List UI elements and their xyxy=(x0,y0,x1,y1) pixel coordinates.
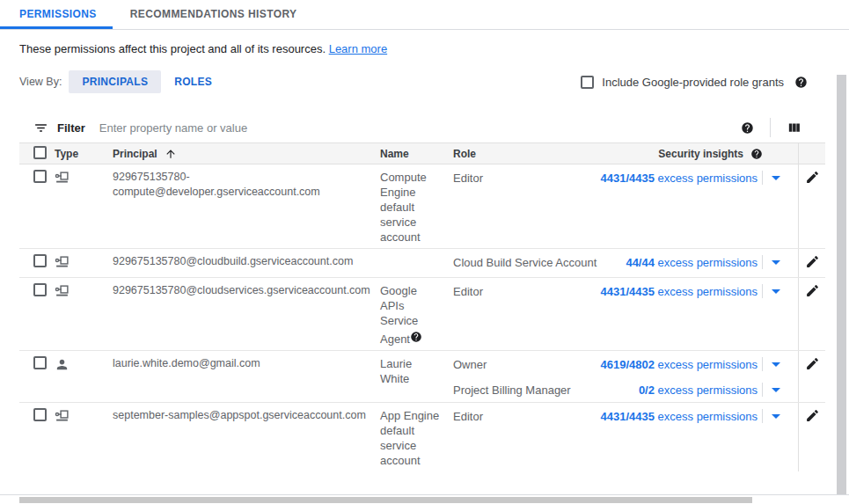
table-row: laurie.white.demo@gmail.comLaurie WhiteO… xyxy=(19,351,825,403)
insights-dropdown[interactable] xyxy=(762,409,798,423)
caret-down-icon xyxy=(772,362,780,367)
permissions-description: These permissions affect this project an… xyxy=(19,42,849,55)
insights-count: 4431/4435 xyxy=(601,172,655,185)
edit-cell xyxy=(798,164,825,248)
filter-label[interactable]: Filter xyxy=(57,121,85,135)
insights-dropdown[interactable] xyxy=(762,357,798,371)
sort-ascending-icon xyxy=(165,148,177,160)
excess-permissions-link[interactable]: 4431/4435 excess permissions xyxy=(601,410,758,423)
help-icon[interactable] xyxy=(741,121,754,135)
excess-permissions-link[interactable]: 4431/4435 excess permissions xyxy=(601,285,758,298)
divider xyxy=(762,255,763,269)
service-account-icon xyxy=(55,284,70,299)
help-icon[interactable] xyxy=(410,331,422,343)
tab-bar: PERMISSIONS RECOMMENDATIONS HISTORY xyxy=(0,0,849,30)
filter-bar: Filter xyxy=(19,113,825,142)
insights-label: excess permissions xyxy=(655,383,758,397)
divider xyxy=(762,357,763,371)
tab-recommendations-history[interactable]: RECOMMENDATIONS HISTORY xyxy=(113,0,315,29)
role-name: Editor xyxy=(447,410,596,423)
row-checkbox-cell xyxy=(19,249,55,277)
filter-input[interactable] xyxy=(99,121,741,135)
principal-name-text: Compute Engine default service account xyxy=(380,171,427,244)
view-by-roles-button[interactable]: ROLES xyxy=(161,70,225,93)
column-header-role[interactable]: Role xyxy=(447,148,476,160)
divider xyxy=(762,409,763,423)
table-row: september-samples@appspot.gserviceaccoun… xyxy=(19,403,825,471)
edit-cell xyxy=(798,403,825,471)
divider xyxy=(762,383,763,397)
excess-permissions-link[interactable]: 44/44 excess permissions xyxy=(626,256,758,269)
edit-cell xyxy=(798,351,825,402)
edit-principal-button[interactable] xyxy=(805,408,820,424)
row-checkbox[interactable] xyxy=(33,408,47,421)
caret-down-icon xyxy=(772,176,780,180)
role-row: Project Billing Manager0/2 excess permis… xyxy=(447,381,798,398)
column-header-security-insights[interactable]: Security insights xyxy=(658,148,743,160)
role-name: Editor xyxy=(447,285,596,298)
edit-principal-button[interactable] xyxy=(805,356,820,372)
principal-email: 929675135780@cloudservices.gserviceaccou… xyxy=(113,278,380,350)
tab-permissions[interactable]: PERMISSIONS xyxy=(0,0,113,29)
select-all-checkbox[interactable] xyxy=(33,146,47,159)
row-checkbox-cell xyxy=(19,403,55,471)
row-checkbox[interactable] xyxy=(33,283,47,296)
view-by-principals-button[interactable]: PRINCIPALS xyxy=(69,70,161,93)
insights-count: 4431/4435 xyxy=(601,285,655,298)
divider xyxy=(0,494,849,495)
excess-permissions-link[interactable]: 0/2 excess permissions xyxy=(639,383,758,397)
divider xyxy=(762,284,763,298)
column-header-edit xyxy=(798,143,825,164)
person-icon xyxy=(55,357,70,372)
description-text: These permissions affect this project an… xyxy=(19,42,326,55)
role-row: Cloud Build Service Account44/44 excess … xyxy=(447,253,798,271)
column-header-principal[interactable]: Principal xyxy=(113,148,380,160)
principal-email: laurie.white.demo@gmail.com xyxy=(113,351,380,402)
filter-list-icon[interactable] xyxy=(33,121,48,135)
column-header-name[interactable]: Name xyxy=(380,148,447,160)
row-checkbox[interactable] xyxy=(33,170,47,183)
excess-permissions-link[interactable]: 4431/4435 excess permissions xyxy=(601,172,758,185)
principal-email: 929675135780-compute@developer.gservicea… xyxy=(113,164,380,248)
row-checkbox[interactable] xyxy=(33,254,47,267)
principal-email: 929675135780@cloudbuild.gserviceaccount.… xyxy=(113,249,380,277)
security-insights-cell: 4431/4435 excess permissions xyxy=(596,285,762,298)
table-row: 929675135780@cloudbuild.gserviceaccount.… xyxy=(19,249,825,278)
role-row: Editor4431/4435 excess permissions xyxy=(447,282,798,300)
service-account-icon xyxy=(55,171,70,186)
insights-dropdown[interactable] xyxy=(762,255,798,269)
edit-principal-button[interactable] xyxy=(805,170,820,186)
principal-name: Compute Engine default service account xyxy=(380,164,447,248)
insights-dropdown[interactable] xyxy=(762,171,798,185)
insights-dropdown[interactable] xyxy=(762,383,798,397)
divider xyxy=(762,171,763,185)
row-checkbox-cell xyxy=(19,278,55,350)
edit-principal-button[interactable] xyxy=(805,254,820,270)
column-display-icon[interactable] xyxy=(787,121,801,135)
table-header: Type Principal Name Role Security insigh… xyxy=(19,142,825,164)
security-insights-cell: 4431/4435 excess permissions xyxy=(596,172,762,185)
table-row: 929675135780-compute@developer.gservicea… xyxy=(19,164,825,249)
service-account-icon xyxy=(55,255,70,270)
learn-more-link[interactable]: Learn more xyxy=(329,42,387,55)
role-name: Project Billing Manager xyxy=(447,383,596,397)
include-google-role-grants-checkbox[interactable] xyxy=(581,76,594,89)
roles-cell: Editor4431/4435 excess permissions xyxy=(447,403,798,471)
column-header-type[interactable]: Type xyxy=(55,148,113,160)
role-name: Editor xyxy=(447,172,596,185)
excess-permissions-link[interactable]: 4619/4802 excess permissions xyxy=(601,358,758,371)
row-type-cell xyxy=(55,164,113,248)
row-checkbox[interactable] xyxy=(33,356,47,369)
help-icon[interactable] xyxy=(794,76,808,89)
insights-label: excess permissions xyxy=(655,358,758,371)
insights-count: 4431/4435 xyxy=(601,410,655,423)
vertical-scrollbar[interactable] xyxy=(837,75,846,494)
help-icon[interactable] xyxy=(750,148,763,160)
horizontal-scrollbar[interactable] xyxy=(19,497,752,503)
insights-label: excess permissions xyxy=(655,172,758,185)
edit-principal-button[interactable] xyxy=(805,283,820,299)
row-type-cell xyxy=(55,351,113,402)
include-google-role-grants-label: Include Google-provided role grants xyxy=(602,76,784,89)
security-insights-cell: 0/2 excess permissions xyxy=(596,383,762,397)
insights-dropdown[interactable] xyxy=(762,284,798,298)
